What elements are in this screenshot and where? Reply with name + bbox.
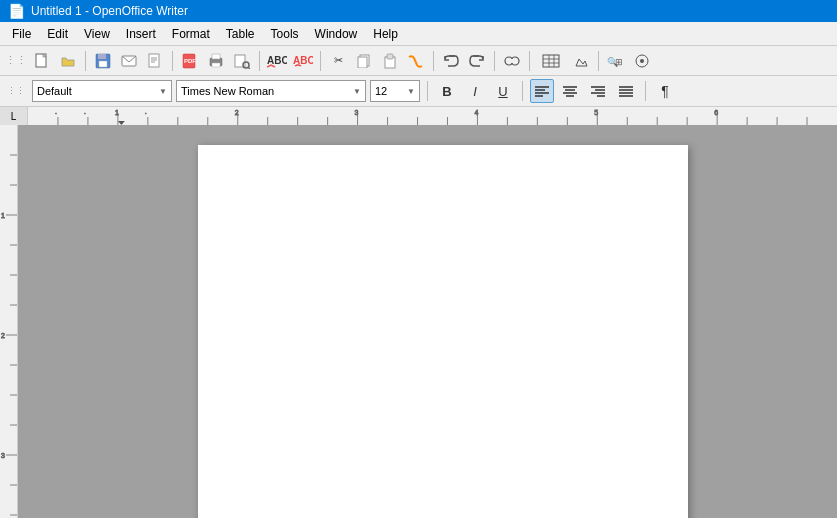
sep4 [320, 51, 321, 71]
fmt-sep3 [645, 81, 646, 101]
toolbar2-grip: ⋮⋮ [4, 79, 28, 103]
svg-rect-12 [212, 54, 220, 59]
sep7 [529, 51, 530, 71]
ruler-corner[interactable]: L [0, 107, 28, 125]
sep6 [494, 51, 495, 71]
new-button[interactable] [30, 49, 54, 73]
svg-text:2: 2 [1, 332, 5, 339]
sep2 [172, 51, 173, 71]
style-select-label: Default [37, 85, 72, 97]
svg-text:3: 3 [1, 452, 5, 459]
svg-rect-26 [543, 55, 559, 67]
menu-insert[interactable]: Insert [118, 25, 164, 43]
window-title: Untitled 1 - OpenOffice Writer [31, 4, 188, 18]
print-button[interactable] [204, 49, 228, 73]
spellcheck-button[interactable]: ABC [265, 49, 289, 73]
align-left-button[interactable] [530, 79, 554, 103]
size-select-label: 12 [375, 85, 387, 97]
svg-text:5: 5 [594, 109, 598, 116]
menu-view[interactable]: View [76, 25, 118, 43]
copy-button[interactable] [352, 49, 376, 73]
fmt-sep1 [427, 81, 428, 101]
formatting-toolbar: ⋮⋮ Default ▼ Times New Roman ▼ 12 ▼ B I … [0, 76, 837, 106]
draw-button[interactable] [569, 49, 593, 73]
svg-text:ABC: ABC [293, 55, 313, 66]
svg-rect-88 [0, 125, 18, 518]
menu-edit[interactable]: Edit [39, 25, 76, 43]
svg-rect-13 [212, 63, 220, 67]
svg-text:ABC: ABC [267, 55, 287, 66]
find-bar-button[interactable]: 🔍⊞ [604, 49, 628, 73]
insert-table-button[interactable] [535, 49, 567, 73]
preview-button[interactable] [230, 49, 254, 73]
menu-table[interactable]: Table [218, 25, 263, 43]
svg-text:2: 2 [235, 109, 239, 116]
style-dropdown-arrow: ▼ [159, 87, 167, 96]
undo-button[interactable] [439, 49, 463, 73]
edit-doc-button[interactable] [143, 49, 167, 73]
svg-text:6: 6 [714, 109, 718, 116]
svg-text:PDF: PDF [184, 58, 196, 64]
align-right-button[interactable] [586, 79, 610, 103]
menu-file[interactable]: File [4, 25, 39, 43]
menu-format[interactable]: Format [164, 25, 218, 43]
italic-button[interactable]: I [463, 79, 487, 103]
save-button[interactable] [91, 49, 115, 73]
svg-text:3: 3 [355, 109, 359, 116]
vertical-ruler: 1 2 3 [0, 125, 18, 518]
underline-button[interactable]: U [491, 79, 515, 103]
right-margin-area [688, 145, 837, 518]
paragraph-button[interactable]: ¶ [653, 79, 677, 103]
svg-rect-3 [99, 61, 107, 67]
justify-button[interactable] [614, 79, 638, 103]
align-center-button[interactable] [558, 79, 582, 103]
sep8 [598, 51, 599, 71]
svg-rect-25 [509, 59, 515, 63]
email-button[interactable] [117, 49, 141, 73]
toolbar-1: ⋮⋮ PDF ABC ABC [0, 46, 837, 76]
menu-bar: File Edit View Insert Format Table Tools… [0, 22, 837, 46]
menu-window[interactable]: Window [307, 25, 366, 43]
sep1 [85, 51, 86, 71]
document-page[interactable] [198, 145, 688, 518]
svg-rect-2 [98, 54, 106, 59]
svg-text:4: 4 [474, 109, 478, 116]
horizontal-ruler: · · 1 · 2 3 4 5 [28, 107, 837, 125]
title-bar: 📄 Untitled 1 - OpenOffice Writer [0, 0, 837, 22]
svg-text:·: · [84, 110, 86, 117]
clone-format-button[interactable] [404, 49, 428, 73]
svg-line-16 [248, 67, 250, 69]
main-toolbar-area: ⋮⋮ PDF ABC ABC [0, 46, 837, 107]
svg-text:1: 1 [1, 212, 5, 219]
svg-rect-22 [387, 54, 393, 59]
export-pdf-button[interactable]: PDF [178, 49, 202, 73]
open-button[interactable] [56, 49, 80, 73]
svg-text:·: · [55, 110, 57, 117]
size-dropdown-arrow: ▼ [407, 87, 415, 96]
bold-button[interactable]: B [435, 79, 459, 103]
svg-text:⊞: ⊞ [615, 57, 623, 67]
main-area: 1 2 3 [0, 125, 837, 518]
hyperlink-button[interactable] [500, 49, 524, 73]
paragraph-style-select[interactable]: Default ▼ [32, 80, 172, 102]
autocorrect-button[interactable]: ABC [291, 49, 315, 73]
svg-text:1: 1 [115, 109, 119, 116]
font-name-select[interactable]: Times New Roman ▼ [176, 80, 366, 102]
svg-rect-20 [358, 57, 367, 68]
menu-tools[interactable]: Tools [263, 25, 307, 43]
ruler-container: L · · 1 · 2 3 4 [0, 107, 837, 125]
toolbar-grip: ⋮⋮ [4, 49, 28, 73]
font-select-label: Times New Roman [181, 85, 274, 97]
cut-button[interactable]: ✂ [326, 49, 350, 73]
svg-text:·: · [145, 110, 147, 117]
document-area[interactable] [18, 125, 837, 518]
menu-help[interactable]: Help [365, 25, 406, 43]
app-icon: 📄 [8, 3, 25, 19]
paste-button[interactable] [378, 49, 402, 73]
redo-button[interactable] [465, 49, 489, 73]
fmt-sep2 [522, 81, 523, 101]
sep3 [259, 51, 260, 71]
navigator-button[interactable] [630, 49, 654, 73]
font-size-select[interactable]: 12 ▼ [370, 80, 420, 102]
sep5 [433, 51, 434, 71]
